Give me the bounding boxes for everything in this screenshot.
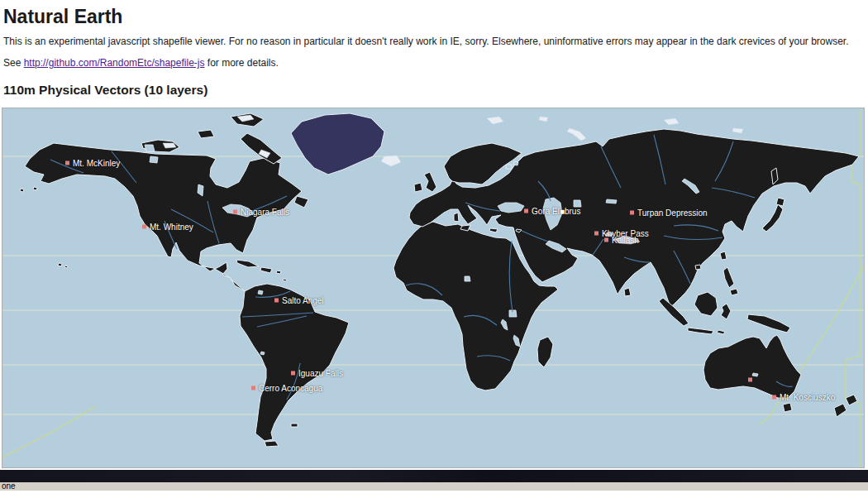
intro-paragraph: This is an experimental javascript shape…: [3, 36, 865, 48]
link-paragraph: See http://github.com/RandomEtc/shapefil…: [3, 57, 865, 69]
github-link[interactable]: http://github.com/RandomEtc/shapefile-js: [24, 57, 205, 69]
see-prefix-text: See: [3, 57, 24, 69]
lake-black-sea: [498, 203, 524, 213]
page-title: Natural Earth: [3, 6, 865, 28]
status-text: one: [2, 481, 16, 491]
world-map-svg: [2, 108, 865, 468]
status-bar: one: [0, 482, 868, 491]
second-map-canvas-partial: [0, 470, 868, 482]
page-content: Natural Earth This is an experimental ja…: [0, 0, 868, 98]
section-heading: 110m Physical Vectors (10 layers): [3, 83, 865, 98]
see-suffix-text: for more details.: [204, 57, 278, 69]
map-canvas[interactable]: Mt. McKinleyNiagara FallsMt. WhitneyGora…: [2, 108, 865, 468]
